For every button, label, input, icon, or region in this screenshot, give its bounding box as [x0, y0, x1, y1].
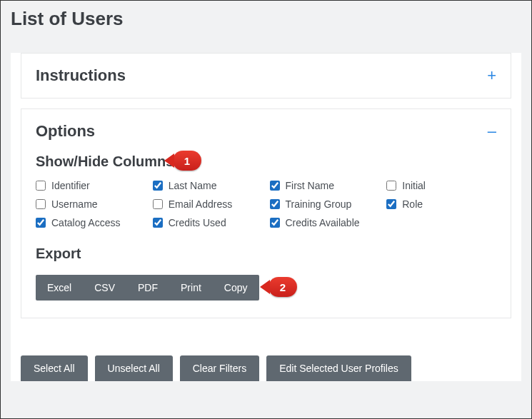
- options-body: Show/Hide Columns 1 Identifier Last Name…: [21, 153, 511, 318]
- column-label: Credits Used: [169, 217, 226, 228]
- column-label: Username: [51, 198, 98, 210]
- column-label: Email Address: [169, 198, 232, 210]
- column-label: First Name: [286, 180, 334, 191]
- column-label: Identifier: [51, 180, 90, 191]
- column-checkbox[interactable]: [36, 181, 46, 191]
- instructions-title: Instructions: [36, 66, 126, 85]
- instructions-header[interactable]: Instructions +: [21, 54, 511, 98]
- column-toggle-role[interactable]: Role: [386, 198, 496, 210]
- column-label: Training Group: [286, 198, 352, 210]
- column-checkbox[interactable]: [270, 181, 280, 191]
- column-toggle-username[interactable]: Username: [36, 198, 146, 210]
- column-toggle-credits-used[interactable]: Credits Used: [153, 217, 263, 228]
- options-panel: Options – Show/Hide Columns 1 Identifier…: [21, 108, 511, 318]
- export-toolbar: Excel CSV PDF Print Copy: [36, 275, 259, 301]
- column-checkbox[interactable]: [36, 218, 46, 228]
- export-excel-button[interactable]: Excel: [36, 275, 83, 301]
- select-all-button[interactable]: Select All: [21, 355, 88, 381]
- column-label: Last Name: [169, 180, 217, 191]
- column-label: Role: [402, 198, 423, 210]
- column-label: Credits Available: [286, 217, 360, 228]
- unselect-all-button[interactable]: Unselect All: [95, 355, 173, 381]
- export-pdf-button[interactable]: PDF: [126, 275, 169, 301]
- expand-icon[interactable]: +: [487, 68, 496, 84]
- column-checkbox[interactable]: [270, 218, 280, 228]
- column-checkbox[interactable]: [153, 181, 163, 191]
- edit-profiles-button[interactable]: Edit Selected User Profiles: [266, 355, 411, 381]
- column-toggle-initial[interactable]: Initial: [386, 180, 496, 191]
- column-toggle-credits-available[interactable]: Credits Available: [270, 217, 380, 228]
- export-copy-button[interactable]: Copy: [213, 275, 259, 301]
- options-header[interactable]: Options –: [21, 109, 511, 153]
- export-print-button[interactable]: Print: [169, 275, 213, 301]
- showhide-title: Show/Hide Columns: [36, 153, 174, 170]
- column-checkbox[interactable]: [386, 181, 396, 191]
- column-toggle-email-address[interactable]: Email Address: [153, 198, 263, 210]
- column-toggle-catalog-access[interactable]: Catalog Access: [36, 217, 146, 228]
- column-toggle-last-name[interactable]: Last Name: [153, 180, 263, 191]
- column-toggle-first-name[interactable]: First Name: [270, 180, 380, 191]
- export-title: Export: [36, 246, 81, 262]
- column-label: Catalog Access: [51, 217, 121, 228]
- column-label: Initial: [402, 180, 426, 191]
- main-container: Instructions + Options – Show/Hide Colum…: [11, 53, 521, 381]
- options-title: Options: [36, 122, 95, 141]
- clear-filters-button[interactable]: Clear Filters: [180, 355, 259, 381]
- export-csv-button[interactable]: CSV: [83, 275, 126, 301]
- column-checkbox[interactable]: [153, 199, 163, 209]
- column-checkbox[interactable]: [36, 199, 46, 209]
- annotation-marker-1: 1: [173, 151, 201, 171]
- column-toggle-identifier[interactable]: Identifier: [36, 180, 146, 191]
- annotation-marker-2: 2: [268, 277, 297, 297]
- column-checkbox[interactable]: [386, 199, 396, 209]
- column-toggle-training-group[interactable]: Training Group: [270, 198, 380, 210]
- columns-grid: Identifier Last Name First Name Initial …: [36, 180, 496, 228]
- column-checkbox[interactable]: [270, 199, 280, 209]
- instructions-panel: Instructions +: [21, 53, 511, 99]
- bottom-action-bar: Select All Unselect All Clear Filters Ed…: [11, 324, 521, 381]
- page-title: List of Users: [1, 1, 531, 43]
- collapse-icon[interactable]: –: [488, 123, 496, 139]
- column-checkbox[interactable]: [153, 218, 163, 228]
